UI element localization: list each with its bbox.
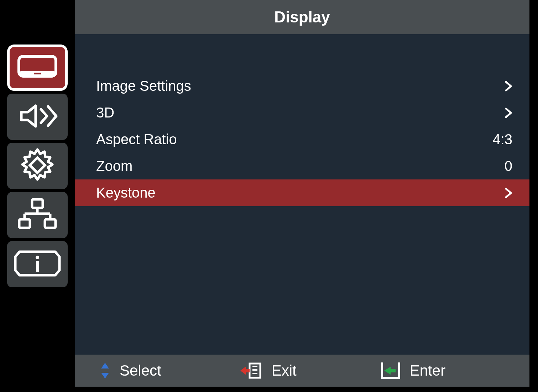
sidebar-tab-display[interactable] [7, 45, 68, 91]
menu-item-zoom[interactable]: Zoom 0 [75, 153, 529, 179]
svg-rect-13 [36, 261, 39, 272]
hint-label: Select [120, 362, 161, 379]
menu-label: Aspect Ratio [96, 131, 177, 147]
exit-icon [240, 361, 262, 380]
menu-item-3d[interactable]: 3D [75, 99, 529, 126]
hint-label: Enter [410, 362, 445, 379]
menu-label: Keystone [96, 185, 156, 201]
sidebar-tab-info[interactable] [7, 241, 68, 287]
enter-icon [378, 361, 401, 380]
hint-exit: Exit [240, 361, 297, 380]
svg-rect-7 [45, 219, 56, 228]
menu-header: Display [75, 0, 529, 34]
sidebar-tab-network[interactable] [7, 192, 68, 238]
menu-value: 4:3 [492, 131, 512, 147]
menu-value: 0 [505, 158, 512, 174]
svg-rect-5 [32, 199, 43, 208]
svg-rect-6 [19, 219, 30, 228]
menu-label: 3D [96, 105, 114, 121]
hint-select: Select [100, 362, 161, 379]
chevron-right-icon [505, 80, 512, 92]
network-icon [14, 197, 61, 233]
chevron-right-icon [505, 187, 512, 199]
audio-icon [14, 102, 61, 131]
svg-marker-14 [101, 363, 109, 369]
hint-enter: Enter [378, 361, 445, 380]
svg-rect-4 [30, 158, 45, 173]
menu-item-image-settings[interactable]: Image Settings [75, 73, 529, 99]
gear-icon [20, 147, 55, 184]
display-icon [16, 53, 59, 83]
menu-title: Display [274, 8, 330, 26]
info-icon [12, 247, 62, 281]
sidebar-tab-setup[interactable] [7, 143, 68, 189]
svg-marker-20 [240, 366, 250, 375]
updown-icon [100, 362, 110, 379]
chevron-right-icon [505, 107, 512, 119]
menu-item-keystone[interactable]: Keystone [75, 179, 529, 206]
svg-marker-15 [101, 373, 109, 378]
hint-label: Exit [272, 362, 297, 379]
menu-item-aspect-ratio[interactable]: Aspect Ratio 4:3 [75, 126, 529, 153]
menu-label: Zoom [96, 158, 132, 174]
footer-hints: Select Exit Enter [75, 355, 529, 387]
osd-menu: Display [0, 0, 538, 392]
sidebar [7, 45, 68, 287]
svg-marker-3 [21, 106, 36, 126]
menu-label: Image Settings [96, 78, 191, 94]
sidebar-tab-audio[interactable] [7, 94, 68, 140]
svg-marker-21 [384, 367, 396, 375]
menu-panel: Image Settings 3D Aspect Ratio 4:3 Zoom … [75, 34, 529, 355]
menu-list: Image Settings 3D Aspect Ratio 4:3 Zoom … [75, 73, 529, 206]
svg-point-12 [36, 256, 39, 259]
svg-rect-2 [34, 73, 41, 74]
